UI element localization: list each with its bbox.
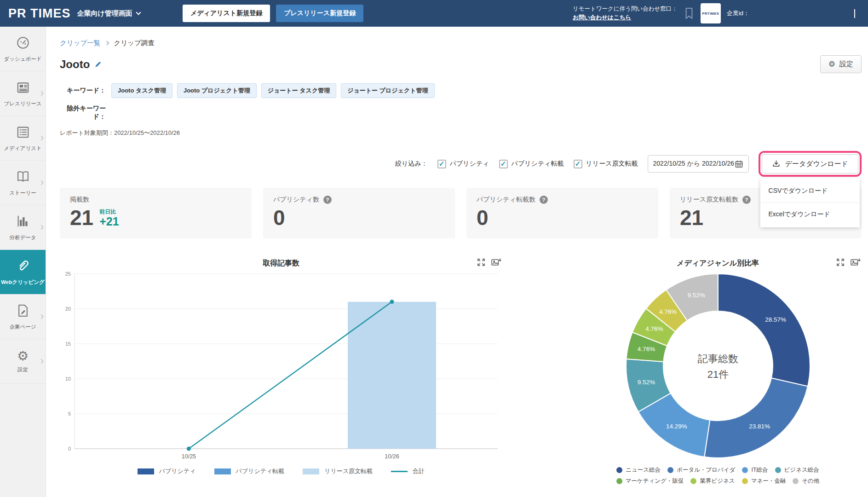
stat-value-row: 21前日比+21 bbox=[70, 207, 241, 228]
svg-text:14.29%: 14.29% bbox=[666, 423, 687, 430]
account-menu-toggle[interactable] bbox=[854, 9, 855, 17]
prtimes-logo[interactable]: PR TIMES bbox=[8, 6, 71, 21]
help-icon[interactable]: ? bbox=[323, 196, 332, 204]
expand-icon[interactable] bbox=[836, 258, 845, 267]
svg-text:10/26: 10/26 bbox=[385, 453, 399, 460]
stat-value-row: 0 bbox=[477, 207, 648, 228]
company-avatar[interactable]: PRTIMES bbox=[701, 3, 721, 23]
articles-bar-line-chart: 051015202510/2510/26 bbox=[60, 268, 502, 462]
genre-donut-chart: 28.57%23.81%14.29%9.52%4.76%4.76%4.76%9.… bbox=[574, 269, 862, 462]
sidebar-item-ダッシュボード[interactable]: ダッシュボード bbox=[0, 27, 46, 71]
checkbox-label: パブリシティ転載 bbox=[512, 160, 564, 168]
genre-chart-panel: メディアジャンル別比率 28.57%23.81%14.29%9.52%4.76%… bbox=[574, 259, 862, 485]
stat-label: パブリシティ数 bbox=[273, 196, 319, 204]
filter-checkbox-パブリシティ[interactable]: ✓パブリシティ bbox=[437, 160, 489, 168]
sidebar-item-分析データ[interactable]: 分析データ bbox=[0, 205, 46, 250]
legend-label: マネー・金融 bbox=[751, 477, 786, 485]
data-download-button[interactable]: データダウンロード bbox=[762, 154, 858, 173]
edit-title-pencil-icon[interactable] bbox=[94, 60, 102, 68]
sidebar-item-ストーリー[interactable]: ストーリー bbox=[0, 161, 46, 205]
legend-dot bbox=[793, 478, 799, 484]
genre-chart-legend: ニュース総合ポータル・プロバイダIT総合ビジネス総合マーケティング・販促業界ビジ… bbox=[574, 466, 862, 485]
main-content: クリップ一覧 クリップ調査 Jooto ⚙ 設定 キーワード： Jooto タス… bbox=[46, 27, 868, 497]
download-csv-item[interactable]: CSVでダウンロード bbox=[760, 179, 860, 202]
legend-dot bbox=[616, 467, 622, 473]
admin-screen-switcher[interactable]: 企業向け管理画面 bbox=[77, 9, 140, 18]
sidebar-item-label: 設定 bbox=[17, 366, 28, 373]
legend-label: 業界ビジネス bbox=[700, 477, 735, 485]
legend-item-ポータル・プロバイダ: ポータル・プロバイダ bbox=[667, 466, 735, 474]
legend-label: その他 bbox=[802, 477, 819, 485]
help-icon[interactable]: ? bbox=[540, 196, 548, 204]
sidebar-item-プレスリリース[interactable]: プレスリリース bbox=[0, 71, 46, 116]
sidebar-item-企業ページ[interactable]: 企業ページ bbox=[0, 295, 46, 339]
legend-row: マーケティング・販促業界ビジネスマネー・金融その他 bbox=[616, 477, 820, 485]
legend-swatch bbox=[303, 468, 319, 474]
legend-item-業界ビジネス: 業界ビジネス bbox=[690, 477, 735, 485]
press-release-icon bbox=[16, 80, 30, 97]
genre-chart-title: メディアジャンル別比率 bbox=[574, 259, 862, 268]
legend-label: マーケティング・販促 bbox=[626, 477, 684, 485]
sidebar-item-label: ダッシュボード bbox=[4, 56, 41, 63]
stat-label: リリース原文転載数 bbox=[680, 196, 738, 204]
legend-dot bbox=[690, 478, 696, 484]
legend-item-パブリシティ: パブリシティ bbox=[138, 467, 196, 475]
chevron-right-icon bbox=[39, 225, 44, 230]
svg-text:15: 15 bbox=[65, 341, 71, 347]
stat-card-header: パブリシティ転載数? bbox=[477, 196, 648, 204]
stat-card-掲載数: 掲載数21前日比+21 bbox=[60, 188, 252, 238]
stat-card-パブリシティ数: パブリシティ数?0 bbox=[263, 188, 455, 238]
legend-label: ビジネス総合 bbox=[784, 466, 819, 474]
contact-link[interactable]: お問い合わせはこちら bbox=[573, 13, 631, 22]
keyword-tag: ジョートー プロジェクト管理 bbox=[341, 83, 434, 98]
stat-card-パブリシティ転載数: パブリシティ転載数?0 bbox=[466, 188, 658, 238]
svg-text:20: 20 bbox=[65, 306, 71, 312]
expand-icon[interactable] bbox=[477, 258, 486, 267]
filter-checkboxes: ✓パブリシティ✓パブリシティ転載✓リリース原文転載 bbox=[437, 160, 638, 168]
legend-label: 合計 bbox=[413, 467, 425, 475]
exclude-keywords-label: 除外キーワード： bbox=[60, 104, 106, 121]
sidebar-item-Webクリッピング[interactable]: Webクリッピング bbox=[0, 250, 46, 295]
legend-item-パブリシティ転載: パブリシティ転載 bbox=[214, 467, 285, 475]
sidebar-item-label: ストーリー bbox=[9, 190, 36, 196]
gear-icon: ⚙ bbox=[828, 59, 835, 69]
breadcrumb-clip-list-link[interactable]: クリップ一覧 bbox=[60, 39, 100, 47]
svg-text:4.76%: 4.76% bbox=[637, 346, 655, 353]
support-label: リモートワークに伴う問い合わせ窓口： bbox=[573, 6, 678, 12]
legend-dot bbox=[667, 467, 673, 473]
svg-text:21件: 21件 bbox=[707, 369, 728, 380]
help-icon[interactable]: ? bbox=[742, 196, 751, 204]
svg-text:9.52%: 9.52% bbox=[637, 379, 655, 386]
date-range-input[interactable]: 2022/10/25 から 2022/10/26 bbox=[648, 155, 749, 173]
stat-value: 0 bbox=[477, 207, 489, 228]
sidebar-item-label: 企業ページ bbox=[9, 324, 36, 330]
articles-chart-legend: パブリシティパブリシティ転載リリース原文転載合計 bbox=[60, 467, 502, 475]
chevron-right-icon bbox=[39, 136, 44, 140]
svg-text:25: 25 bbox=[65, 271, 71, 277]
data-download-label: データダウンロード bbox=[785, 160, 848, 168]
legend-label: リリース原文転載 bbox=[324, 467, 373, 475]
sidebar-item-設定[interactable]: ⚙設定 bbox=[0, 339, 46, 384]
filter-checkbox-リリース原文転載[interactable]: ✓リリース原文転載 bbox=[574, 160, 638, 168]
legend-label: ポータル・プロバイダ bbox=[677, 466, 735, 474]
checkbox-icon: ✓ bbox=[437, 160, 446, 168]
legend-swatch bbox=[214, 468, 231, 474]
image-download-icon[interactable] bbox=[491, 258, 501, 267]
clip-settings-button[interactable]: ⚙ 設定 bbox=[820, 55, 862, 73]
sidebar-item-label: プレスリリース bbox=[4, 100, 41, 107]
image-download-icon[interactable] bbox=[850, 258, 861, 267]
stat-value: 21 bbox=[680, 207, 703, 228]
analytics-icon bbox=[16, 214, 30, 231]
filter-checkbox-パブリシティ転載[interactable]: ✓パブリシティ転載 bbox=[499, 160, 564, 168]
date-range-value: 2022/10/25 から 2022/10/26 bbox=[653, 160, 735, 168]
legend-item-ビジネス総合: ビジネス総合 bbox=[775, 466, 819, 474]
sidebar-item-label: メディアリスト bbox=[4, 145, 41, 152]
dashboard-icon bbox=[16, 35, 30, 52]
download-excel-item[interactable]: Excelでダウンロード bbox=[760, 202, 860, 226]
legend-swatch bbox=[138, 468, 154, 474]
paperclip-icon bbox=[16, 259, 30, 275]
press-release-register-button[interactable]: プレスリリース新規登録 bbox=[276, 5, 363, 22]
chevron-right-icon bbox=[39, 359, 44, 364]
media-list-register-button[interactable]: メディアリスト新規登録 bbox=[183, 5, 270, 22]
sidebar-item-メディアリスト[interactable]: メディアリスト bbox=[0, 116, 46, 161]
